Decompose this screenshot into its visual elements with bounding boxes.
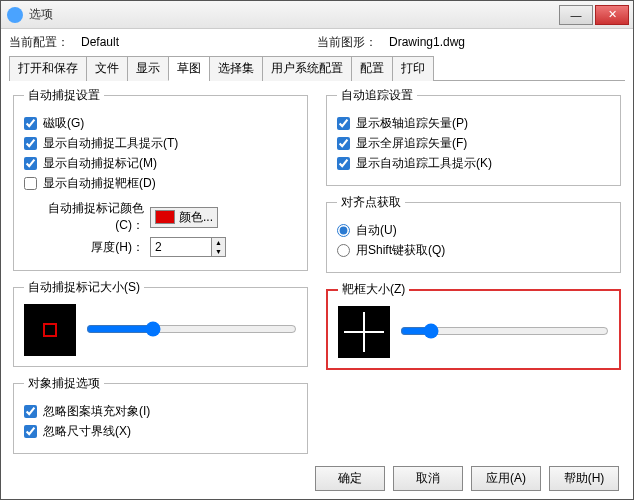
- help-button[interactable]: 帮助(H): [549, 466, 619, 491]
- track-tooltip-checkbox[interactable]: [337, 157, 350, 170]
- tab-4[interactable]: 选择集: [209, 56, 263, 81]
- snap-marker-checkbox[interactable]: [24, 157, 37, 170]
- autotrack-legend: 自动追踪设置: [337, 87, 417, 104]
- polar-checkbox[interactable]: [337, 117, 350, 130]
- ignore-hatch-label: 忽略图案填充对象(I): [43, 403, 150, 420]
- align-shift-radio[interactable]: [337, 244, 350, 257]
- align-shift-label: 用Shift键获取(Q): [356, 242, 445, 259]
- tab-5[interactable]: 用户系统配置: [262, 56, 352, 81]
- app-icon: [7, 7, 23, 23]
- current-profile-value: Default: [77, 33, 227, 51]
- marker-size-slider[interactable]: [86, 321, 297, 337]
- ignore-dim-checkbox[interactable]: [24, 425, 37, 438]
- close-button[interactable]: ✕: [595, 5, 629, 25]
- window-controls: — ✕: [559, 5, 629, 25]
- align-auto-radio[interactable]: [337, 224, 350, 237]
- object-snap-legend: 对象捕捉选项: [24, 375, 104, 392]
- marker-color-label: 自动捕捉标记颜色(C)：: [24, 200, 144, 234]
- autosnap-settings-group: 自动捕捉设置 磁吸(G) 显示自动捕捉工具提示(T) 显示自动捕捉标记(M) 显…: [13, 87, 308, 271]
- alignment-point-group: 对齐点获取 自动(U) 用Shift键获取(Q): [326, 194, 621, 273]
- tab-3[interactable]: 草图: [168, 56, 210, 81]
- snap-tooltip-checkbox[interactable]: [24, 137, 37, 150]
- tab-7[interactable]: 打印: [392, 56, 434, 81]
- snap-aperture-label: 显示自动捕捉靶框(D): [43, 175, 156, 192]
- options-dialog: 选项 — ✕ 当前配置： Default 当前图形： Drawing1.dwg …: [0, 0, 634, 500]
- tab-content: 自动捕捉设置 磁吸(G) 显示自动捕捉工具提示(T) 显示自动捕捉标记(M) 显…: [1, 81, 633, 458]
- autotrack-settings-group: 自动追踪设置 显示极轴追踪矢量(P) 显示全屏追踪矢量(F) 显示自动追踪工具提…: [326, 87, 621, 186]
- object-snap-options-group: 对象捕捉选项 忽略图案填充对象(I) 忽略尺寸界线(X): [13, 375, 308, 454]
- minimize-button[interactable]: —: [559, 5, 593, 25]
- target-size-group: 靶框大小(Z): [326, 281, 621, 370]
- target-size-slider[interactable]: [400, 323, 609, 339]
- track-tooltip-label: 显示自动追踪工具提示(K): [356, 155, 492, 172]
- current-profile-label: 当前配置：: [9, 34, 69, 51]
- current-drawing-value: Drawing1.dwg: [385, 33, 535, 51]
- fullscreen-track-label: 显示全屏追踪矢量(F): [356, 135, 467, 152]
- spinner-up[interactable]: ▲: [211, 238, 225, 247]
- magnet-label: 磁吸(G): [43, 115, 84, 132]
- cancel-button[interactable]: 取消: [393, 466, 463, 491]
- marker-size-group: 自动捕捉标记大小(S): [13, 279, 308, 367]
- current-drawing-label: 当前图形：: [317, 34, 377, 51]
- snap-tooltip-label: 显示自动捕捉工具提示(T): [43, 135, 178, 152]
- thickness-label: 厚度(H)：: [24, 239, 144, 256]
- titlebar: 选项 — ✕: [1, 1, 633, 29]
- align-auto-label: 自动(U): [356, 222, 397, 239]
- tab-1[interactable]: 文件: [86, 56, 128, 81]
- alignment-legend: 对齐点获取: [337, 194, 405, 211]
- tab-6[interactable]: 配置: [351, 56, 393, 81]
- marker-color-button[interactable]: 颜色...: [150, 207, 218, 228]
- target-size-legend: 靶框大小(Z): [338, 281, 409, 298]
- tab-0[interactable]: 打开和保存: [9, 56, 87, 81]
- color-swatch: [155, 210, 175, 224]
- ignore-dim-label: 忽略尺寸界线(X): [43, 423, 131, 440]
- marker-size-legend: 自动捕捉标记大小(S): [24, 279, 144, 296]
- snap-marker-label: 显示自动捕捉标记(M): [43, 155, 157, 172]
- fullscreen-track-checkbox[interactable]: [337, 137, 350, 150]
- apply-button[interactable]: 应用(A): [471, 466, 541, 491]
- spinner-down[interactable]: ▼: [211, 247, 225, 256]
- dialog-footer: 确定 取消 应用(A) 帮助(H): [1, 458, 633, 499]
- marker-preview: [24, 304, 76, 356]
- magnet-checkbox[interactable]: [24, 117, 37, 130]
- thickness-input[interactable]: [151, 238, 211, 256]
- target-preview: [338, 306, 390, 358]
- autosnap-legend: 自动捕捉设置: [24, 87, 104, 104]
- ignore-hatch-checkbox[interactable]: [24, 405, 37, 418]
- header-row: 当前配置： Default 当前图形： Drawing1.dwg: [1, 29, 633, 53]
- thickness-spinner[interactable]: ▲▼: [150, 237, 226, 257]
- polar-label: 显示极轴追踪矢量(P): [356, 115, 468, 132]
- snap-aperture-checkbox[interactable]: [24, 177, 37, 190]
- tab-2[interactable]: 显示: [127, 56, 169, 81]
- window-title: 选项: [29, 6, 559, 23]
- ok-button[interactable]: 确定: [315, 466, 385, 491]
- tab-strip: 打开和保存文件显示草图选择集用户系统配置配置打印: [9, 55, 625, 81]
